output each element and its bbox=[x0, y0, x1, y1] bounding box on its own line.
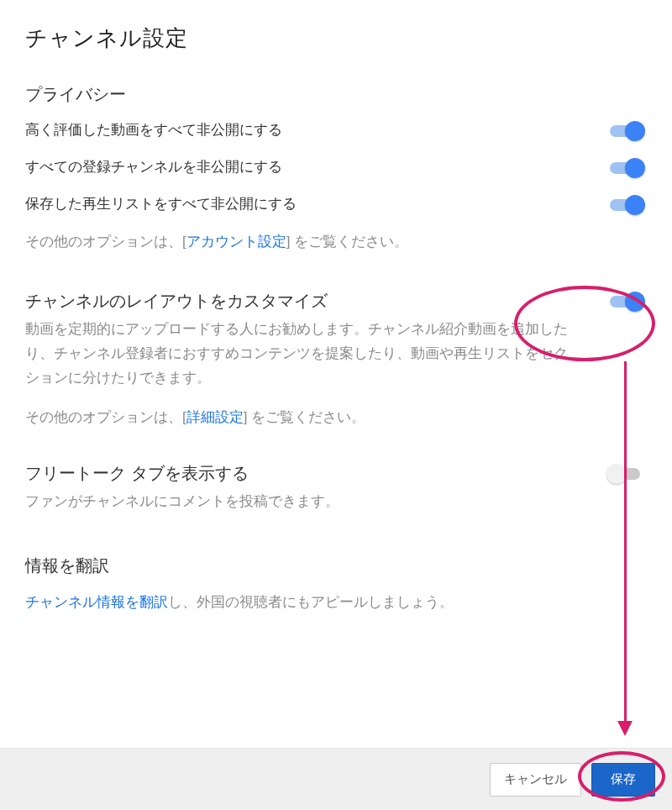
annotation-arrow-head bbox=[617, 721, 633, 736]
privacy-row-liked-videos: 高く評価した動画をすべて非公開にする bbox=[25, 119, 647, 141]
row-label: 保存した再生リストをすべて非公開にする bbox=[25, 193, 610, 215]
toggle-saved-playlists-private[interactable] bbox=[610, 195, 647, 215]
privacy-section: プライバシー 高く評価した動画をすべて非公開にする すべての登録チャンネルを非公… bbox=[25, 83, 647, 253]
translate-section: 情報を翻訳 チャンネル情報を翻訳し、外国の視聴者にもアピールしましょう。 bbox=[25, 555, 647, 613]
toggle-customize-layout[interactable] bbox=[610, 292, 647, 312]
save-button[interactable]: 保存 bbox=[591, 763, 655, 797]
hint-text: その他のオプションは、[ bbox=[25, 409, 186, 425]
page-title: チャンネル設定 bbox=[25, 24, 647, 53]
hint-text: ] をご覧ください。 bbox=[244, 409, 365, 425]
toggle-liked-videos-private[interactable] bbox=[610, 121, 647, 141]
freetalk-heading: フリートーク タブを表示する bbox=[25, 462, 249, 485]
row-label: 高く評価した動画をすべて非公開にする bbox=[25, 119, 610, 141]
translate-channel-info-link[interactable]: チャンネル情報を翻訳 bbox=[25, 594, 168, 610]
toggle-freetalk-tab[interactable] bbox=[610, 464, 647, 484]
cancel-button[interactable]: キャンセル bbox=[490, 763, 581, 797]
layout-hint: その他のオプションは、[詳細設定] をご覧ください。 bbox=[25, 406, 647, 429]
privacy-heading: プライバシー bbox=[25, 83, 647, 106]
translate-heading: 情報を翻訳 bbox=[25, 555, 647, 577]
advanced-settings-link[interactable]: 詳細設定 bbox=[186, 409, 244, 425]
privacy-row-subscriptions: すべての登録チャンネルを非公開にする bbox=[25, 156, 647, 178]
layout-desc: 動画を定期的にアップロードする人にお勧めします。チャンネル紹介動画を追加したり、… bbox=[25, 318, 580, 391]
footer-bar: キャンセル 保存 bbox=[0, 748, 672, 810]
hint-text: その他のオプションは、[ bbox=[25, 234, 186, 250]
toggle-subscriptions-private[interactable] bbox=[610, 158, 647, 178]
layout-section: チャンネルのレイアウトをカスタマイズ 動画を定期的にアップロードする人にお勧めし… bbox=[25, 290, 647, 429]
translate-rest: し、外国の視聴者にもアピールしましょう。 bbox=[168, 594, 454, 610]
layout-heading: チャンネルのレイアウトをカスタマイズ bbox=[25, 290, 328, 313]
row-label: すべての登録チャンネルを非公開にする bbox=[25, 156, 610, 178]
hint-text: ] をご覧ください。 bbox=[286, 234, 408, 250]
freetalk-section: フリートーク タブを表示する ファンがチャンネルにコメントを投稿できます。 bbox=[25, 462, 647, 514]
privacy-row-playlists: 保存した再生リストをすべて非公開にする bbox=[25, 193, 647, 215]
account-settings-link[interactable]: アカウント設定 bbox=[186, 234, 286, 250]
freetalk-desc: ファンがチャンネルにコメントを投稿できます。 bbox=[25, 490, 580, 514]
privacy-hint: その他のオプションは、[アカウント設定] をご覧ください。 bbox=[25, 230, 647, 253]
